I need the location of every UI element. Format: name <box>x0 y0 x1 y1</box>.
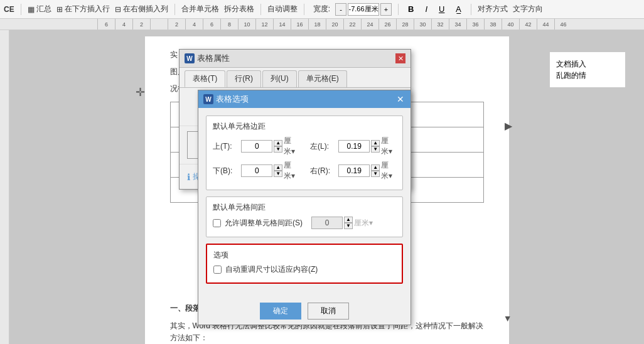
table-options-ok-btn[interactable]: 确定 <box>260 303 301 320</box>
toolbar-summary[interactable]: ▦ 汇总 <box>28 4 51 14</box>
tab-col[interactable]: 列(U) <box>262 70 297 87</box>
tab-cell[interactable]: 单元格(E) <box>298 70 347 87</box>
toolbar-merge[interactable]: 合并单元格 <box>181 4 219 14</box>
ruler-4r: 4 <box>185 19 203 30</box>
separator-6 <box>471 4 471 15</box>
left-label: 左(L): <box>310 141 335 152</box>
font-color-btn[interactable]: A̲ <box>453 3 464 16</box>
bottom-spin-up[interactable]: ▲ <box>274 164 282 171</box>
ruler-30: 30 <box>414 19 431 30</box>
tab-row[interactable]: 行(R) <box>227 70 261 87</box>
spacing-spin-up[interactable]: ▲ <box>344 217 353 223</box>
ruler-22: 22 <box>343 19 361 30</box>
left-spin-down[interactable]: ▼ <box>371 146 380 153</box>
spacing-input-group: ▲ ▼ 厘米▾ <box>311 217 373 229</box>
right-unit[interactable]: 厘米▾ <box>381 160 396 181</box>
top-spin-down[interactable]: ▼ <box>274 146 282 153</box>
summary-icon: ▦ <box>28 5 35 14</box>
bottom-unit[interactable]: 厘米▾ <box>284 160 299 181</box>
width-minus-btn[interactable]: - <box>335 3 346 16</box>
table-options-titlebar[interactable]: W 表格选项 ✕ <box>198 90 411 108</box>
ruler-marks: 6 4 2 2 4 6 8 10 12 14 16 18 20 22 24 26… <box>97 19 572 30</box>
underline-btn[interactable]: U <box>436 3 448 16</box>
ruler-46: 46 <box>554 19 572 30</box>
bottom-margin-row: 下(B): ▲ ▼ 厘米▾ 右(R): <box>213 160 396 181</box>
ruler-18: 18 <box>308 19 326 30</box>
bottom-spin-down[interactable]: ▼ <box>274 171 282 177</box>
toolbar-insert-col[interactable]: ⊟ 在右侧插入列 <box>115 4 168 14</box>
right-label: 右(R): <box>310 166 335 176</box>
auto-resize-row: 自动重调尺寸以适应内容(Z) <box>213 264 395 275</box>
options-title: 选项 <box>213 250 395 261</box>
width-input[interactable] <box>348 3 379 16</box>
top-value-input[interactable] <box>241 140 272 153</box>
cell-spacing-title: 默认单元格间距 <box>213 202 396 213</box>
left-spinners: ▲ ▼ <box>371 140 380 153</box>
italic-btn[interactable]: I <box>422 3 431 16</box>
allow-spacing-checkbox[interactable] <box>213 219 221 227</box>
separator-3 <box>260 4 261 15</box>
ruler-32: 32 <box>431 19 449 30</box>
right-spin-down[interactable]: ▼ <box>371 171 380 177</box>
options-section: 选项 自动重调尺寸以适应内容(Z) <box>206 244 403 284</box>
width-plus-btn[interactable]: + <box>380 3 392 16</box>
ruler-10: 10 <box>238 19 255 30</box>
toolbar-split[interactable]: 拆分表格 <box>224 4 254 14</box>
left-spin-up[interactable]: ▲ <box>371 140 380 146</box>
spacing-spin-down[interactable]: ▼ <box>344 223 353 229</box>
ruler-14: 14 <box>273 19 291 30</box>
table-props-titlebar[interactable]: W 表格属性 ✕ <box>180 50 411 68</box>
bold-btn[interactable]: B <box>405 3 417 16</box>
toolbar-auto-adjust[interactable]: 自动调整 <box>267 4 298 14</box>
right-value-input[interactable] <box>338 164 370 177</box>
ruler-36: 36 <box>466 19 484 30</box>
word-logo: W <box>185 53 195 63</box>
top-label: 上(T): <box>213 141 237 152</box>
top-spinners: ▲ ▼ <box>274 140 282 153</box>
ruler-2r: 2 <box>168 19 185 30</box>
bottom-input-group: ▲ ▼ 厘米▾ <box>241 160 299 181</box>
width-control[interactable]: - + <box>335 3 392 16</box>
left-unit[interactable]: 厘米▾ <box>381 136 396 157</box>
table-options-title: W 表格选项 <box>203 94 249 105</box>
auto-resize-checkbox[interactable] <box>213 266 222 274</box>
table-options-close-btn[interactable]: ✕ <box>395 94 405 104</box>
left-value-input[interactable] <box>338 140 370 153</box>
top-input-group: ▲ ▼ 厘米▾ <box>241 136 299 157</box>
right-spin-up[interactable]: ▲ <box>371 164 380 171</box>
top-unit[interactable]: 厘米▾ <box>284 136 299 157</box>
toolbar-insert-row[interactable]: ⊞ 在下方插入行 <box>56 4 110 14</box>
ruler-34: 34 <box>449 19 466 30</box>
cell-margin-title: 默认单元格边距 <box>213 121 396 132</box>
spacing-unit[interactable]: 厘米▾ <box>354 218 373 228</box>
table-options-cancel-btn[interactable]: 取消 <box>308 303 349 320</box>
right-input-group: ▲ ▼ 厘米▾ <box>338 160 396 181</box>
doc-page: ✛ 实，解决 Word 图片排版和图片 况很简单，今天 <box>9 30 644 344</box>
word-logo-inner: W <box>203 94 213 104</box>
ruler: 6 4 2 2 4 6 8 10 12 14 16 18 20 22 24 26… <box>0 19 644 30</box>
text-dir-label: 文字方向 <box>513 4 543 14</box>
ruler-2: 2 <box>132 19 150 30</box>
bottom-value-input[interactable] <box>241 164 272 177</box>
toolbar: CE ▦ 汇总 ⊞ 在下方插入行 ⊟ 在右侧插入列 合并单元格 拆分表格 自动调… <box>0 0 644 19</box>
tab-table[interactable]: 表格(T) <box>185 70 225 87</box>
toolbar-text-dir[interactable]: 文字方向 <box>513 4 543 14</box>
separator-2 <box>174 4 175 15</box>
ruler-16: 16 <box>291 19 308 30</box>
top-spin-up[interactable]: ▲ <box>274 140 282 146</box>
doc-area: ✛ 实，解决 Word 图片排版和图片 况很简单，今天 <box>0 30 644 344</box>
ruler-26: 26 <box>378 19 396 30</box>
dialog-overlay: W 表格属性 ✕ 表格(T) 行(R) 列(U) 单元格(E) 边框和底纹(B)… <box>9 30 644 344</box>
ruler-8: 8 <box>220 19 238 30</box>
separator-1 <box>21 4 21 15</box>
split-label: 拆分表格 <box>224 4 254 14</box>
spacing-spinners: ▲ ▼ <box>344 217 353 229</box>
table-options-buttons: 确定 取消 <box>198 298 411 325</box>
spacing-value-input[interactable] <box>311 217 343 229</box>
table-props-close-btn[interactable]: ✕ <box>395 53 405 63</box>
tip-icon: ℹ <box>187 172 190 182</box>
toolbar-align[interactable]: 对齐方式 <box>478 4 508 14</box>
ruler-28: 28 <box>396 19 414 30</box>
cell-spacing-section: 默认单元格间距 允许调整单元格间距(S) ▲ ▼ 厘米▾ <box>206 196 403 237</box>
toolbar-logo: CE <box>4 5 14 14</box>
